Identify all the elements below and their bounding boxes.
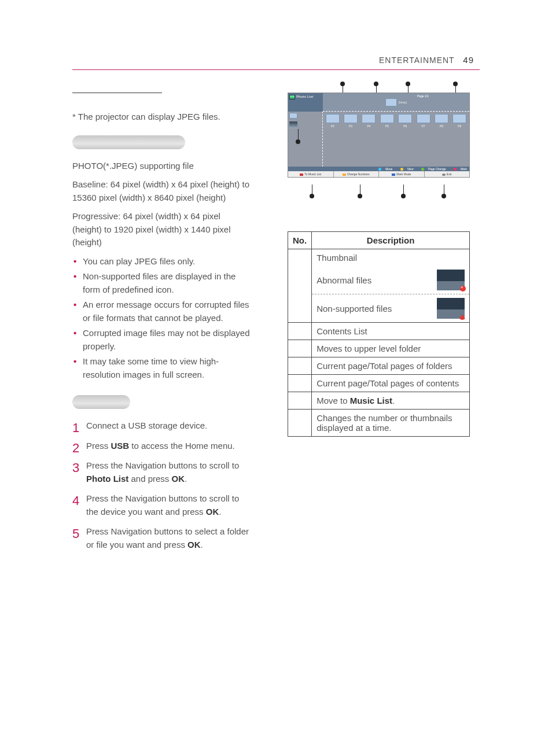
step-3: Press the Navigation buttons to scroll t… [72, 459, 252, 485]
photo-list-icon [289, 95, 295, 99]
bullet-item: An error message occurs for corrupted fi… [72, 298, 252, 324]
no-cell [288, 323, 312, 340]
cell-text: Non-supported files [317, 304, 392, 314]
step-2: Press USB to access the Home menu. [72, 440, 252, 453]
no-cell [288, 357, 312, 375]
step-text: Press the Navigation buttons to scroll t… [86, 460, 239, 470]
mock-sidebar [288, 112, 323, 167]
page-header: ENTERTAINMENT 49 [379, 55, 474, 65]
mock-path-label: Drive1 [399, 101, 407, 104]
left-column: * The projector can display JPEG files. … [72, 93, 252, 558]
cell-text: . [392, 396, 395, 405]
bullet-item: You can play JPEG files only. [72, 255, 252, 268]
row-musiclist: Move to Music List. [312, 392, 470, 410]
description-table: No. Description Thumbnail Abnormal files [288, 231, 470, 437]
no-cell [288, 340, 312, 357]
folder-label: P8 [440, 124, 443, 128]
abnormal-thumb-icon [437, 270, 465, 290]
change-numbers-button: Change Numbers [334, 171, 380, 177]
mock-pagetop: Page 1/1 [417, 94, 429, 98]
no-cell [288, 410, 312, 437]
bullet-item: Corrupted image files may not be display… [72, 327, 252, 353]
btn-label: Change Numbers [347, 172, 370, 176]
step-text: . [201, 540, 203, 550]
spec-line3: Progressive: 64 pixel (width) x 64 pixel… [72, 210, 252, 249]
bold-ok: OK [187, 540, 201, 550]
bold-ok: OK [206, 507, 219, 517]
folder-cell: P4 [360, 114, 377, 164]
folder-label: P7 [422, 124, 425, 128]
mock-title-text: Photo List [296, 95, 313, 98]
page-number: 49 [463, 55, 474, 65]
error-x-icon [460, 286, 466, 292]
spec-line2: Baseline: 64 pixel (width) x 64 pixel (h… [72, 178, 252, 204]
row-abnormal: Abnormal files [312, 266, 470, 294]
folder-label: P6 [403, 124, 407, 128]
section-pill-2 [72, 395, 130, 409]
folder-cell: P8 [433, 114, 450, 164]
bullet-item: Non-supported files are displayed in the… [72, 270, 252, 296]
jpeg-footnote: * The projector can display JPEG files. [72, 110, 252, 124]
step-text: Press Navigation buttons to select a fol… [86, 526, 249, 550]
warning-icon [459, 314, 466, 320]
no-cell [288, 249, 312, 323]
row-thumbnail: Thumbnail [312, 249, 470, 267]
bold-usb: USB [111, 441, 130, 451]
mock-hints: Move View Page Change Mark [288, 167, 469, 171]
hint-view: View [407, 167, 414, 171]
btn-label: To Music List [304, 172, 321, 176]
mock-bottom-bar: To Music List Change Numbers Mark Mode E… [288, 171, 469, 177]
bold-photolist: Photo List [86, 474, 128, 484]
hint-move: Move [385, 167, 392, 171]
callout-line [360, 185, 360, 196]
step-text: . [185, 474, 187, 484]
header-divider [72, 69, 480, 70]
folder-label: P2 [331, 124, 334, 128]
no-cell [288, 392, 312, 410]
step-text: to access the Home menu. [129, 441, 235, 451]
exit-button: Exit [425, 171, 470, 177]
step-5: Press Navigation buttons to select a fol… [72, 525, 252, 551]
folder-label: P5 [385, 124, 389, 128]
folder-cell: P6 [397, 114, 414, 164]
folder-cell: P7 [415, 114, 432, 164]
mark-mode-button: Mark Mode [379, 171, 425, 177]
thumbnail-icon [289, 121, 297, 128]
to-music-list-button: To Music List [288, 171, 334, 177]
callout-thumb [298, 129, 299, 142]
callout-line [403, 185, 404, 196]
photo-list-mockup: .callout::after{ top:-4px; } .callout-b:… [288, 93, 470, 208]
step-text: Connect a USB storage device. [86, 421, 207, 430]
btn-label: Mark Mode [396, 172, 411, 176]
step-text: . [219, 507, 221, 517]
folder-cell: P5 [378, 114, 395, 164]
step-text: Press [86, 441, 111, 451]
bold-ok: OK [172, 474, 185, 484]
th-no: No. [288, 232, 312, 249]
folder-label: P3 [349, 124, 352, 128]
row-nonsupported: Non-supported files [312, 294, 470, 323]
folder-icon [289, 113, 297, 119]
cell-text: Abnormal files [317, 275, 371, 285]
nonsupported-thumb-icon [437, 298, 465, 319]
mock-path: Page 1/1 Drive1 [323, 93, 469, 112]
right-column: .callout::after{ top:-4px; } .callout-b:… [278, 93, 480, 558]
callout-line [444, 185, 444, 196]
cell-text: Move to [317, 396, 350, 405]
hint-mark: Mark [461, 167, 467, 171]
steps-list: Connect a USB storage device. Press USB … [72, 419, 252, 551]
folder-cell: P9 [451, 114, 468, 164]
folder-label: P9 [458, 124, 461, 128]
short-rule [72, 93, 162, 93]
row-pages-folders: Current page/Total pages of folders [312, 357, 470, 375]
step-4: Press the Navigation buttons to scroll t… [72, 492, 252, 518]
th-description: Description [312, 232, 470, 249]
mock-title: Photo List [288, 93, 323, 112]
section-pill-1 [72, 135, 185, 149]
folder-label: P4 [367, 124, 370, 128]
section-name: ENTERTAINMENT [379, 56, 454, 65]
row-upper: Moves to upper level folder [312, 340, 470, 357]
mock-grid: P2 P3 P4 P5 P6 P7 P8 P9 [323, 112, 469, 167]
btn-label: Exit [447, 172, 451, 176]
folder-cell: P2 [324, 114, 341, 164]
